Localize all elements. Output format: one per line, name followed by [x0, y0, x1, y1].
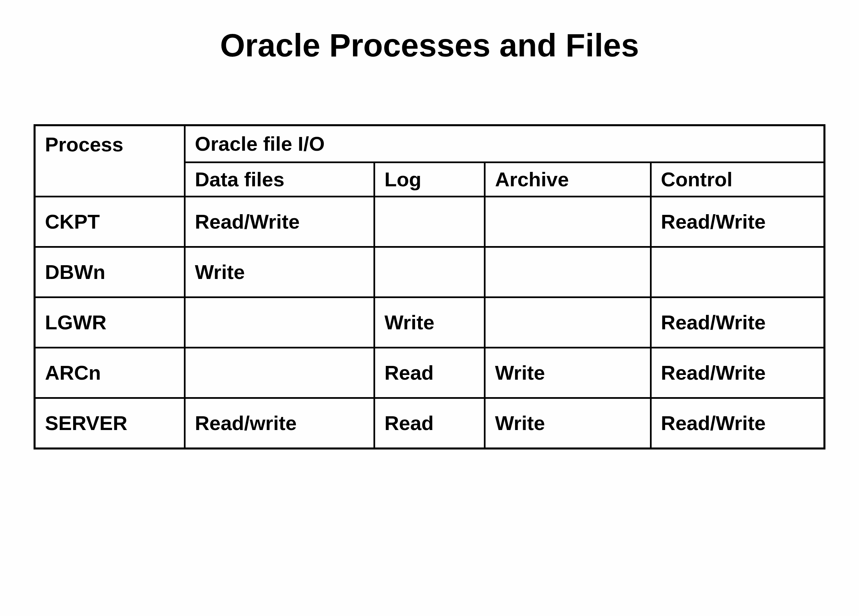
header-group: Oracle file I/O [184, 125, 825, 163]
header-control: Control [651, 163, 825, 197]
table-row: CKPT Read/Write Read/Write [34, 197, 825, 247]
table-row: LGWR Write Read/Write [34, 297, 825, 348]
cell-archive [485, 247, 651, 297]
cell-control: Read/Write [651, 197, 825, 247]
cell-process: DBWn [34, 247, 184, 297]
page-title: Oracle Processes and Files [27, 27, 832, 64]
cell-control: Read/Write [651, 297, 825, 348]
cell-log [374, 247, 485, 297]
cell-datafiles: Read/write [184, 398, 374, 449]
header-archive: Archive [485, 163, 651, 197]
cell-process: LGWR [34, 297, 184, 348]
table-row: SERVER Read/write Read Write Read/Write [34, 398, 825, 449]
cell-archive: Write [485, 348, 651, 398]
cell-datafiles: Write [184, 247, 374, 297]
cell-archive [485, 297, 651, 348]
cell-control: Read/Write [651, 348, 825, 398]
cell-process: CKPT [34, 197, 184, 247]
process-table-container: Process Oracle file I/O Data files Log A… [34, 124, 825, 449]
header-process: Process [34, 125, 184, 197]
cell-archive: Write [485, 398, 651, 449]
table-row: DBWn Write [34, 247, 825, 297]
cell-datafiles [184, 297, 374, 348]
process-table: Process Oracle file I/O Data files Log A… [34, 124, 825, 449]
cell-control [651, 247, 825, 297]
cell-log: Write [374, 297, 485, 348]
table-row: ARCn Read Write Read/Write [34, 348, 825, 398]
cell-log: Read [374, 398, 485, 449]
cell-log [374, 197, 485, 247]
cell-process: SERVER [34, 398, 184, 449]
cell-datafiles: Read/Write [184, 197, 374, 247]
cell-archive [485, 197, 651, 247]
cell-datafiles [184, 348, 374, 398]
header-log: Log [374, 163, 485, 197]
header-datafiles: Data files [184, 163, 374, 197]
cell-process: ARCn [34, 348, 184, 398]
cell-control: Read/Write [651, 398, 825, 449]
cell-log: Read [374, 348, 485, 398]
